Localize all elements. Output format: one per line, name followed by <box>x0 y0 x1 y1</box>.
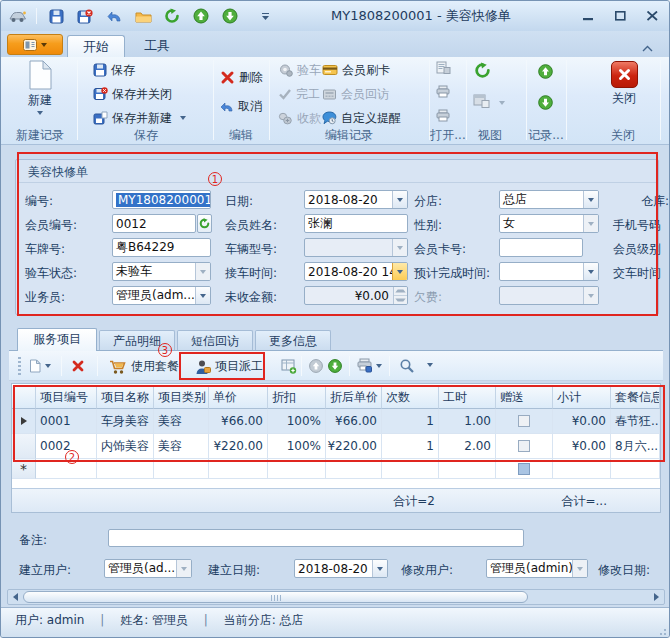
save-and-new-button[interactable]: 保存并新建 <box>93 109 186 127</box>
toolbar-separator <box>97 356 98 376</box>
remark-label: 备注: <box>19 532 47 549</box>
created-date-label: 建立日期: <box>208 562 260 579</box>
new-row-indicator: * <box>12 459 36 479</box>
export-grid-button[interactable] <box>281 359 297 374</box>
tab-tools[interactable]: 工具 <box>129 35 185 57</box>
modified-by-label: 修改用户: <box>401 562 453 579</box>
tab-service-items[interactable]: 服务项目 <box>17 328 97 351</box>
annotation-box-dispatch <box>179 352 265 380</box>
horizontal-scrollbar[interactable] <box>7 589 665 605</box>
tab-start[interactable]: 开始 <box>67 35 125 57</box>
grid-new-row[interactable]: * <box>12 459 660 479</box>
open-folder-icon[interactable] <box>133 6 153 26</box>
annotation-box-form <box>17 152 658 316</box>
group-label-records: 记录... <box>523 128 569 142</box>
finish-button[interactable]: 完工 <box>278 85 320 103</box>
scrollbar-thumb[interactable] <box>23 591 528 603</box>
car-app-icon[interactable] <box>7 6 27 26</box>
chevron-down-icon[interactable] <box>499 101 505 105</box>
group-label-open: 打开... <box>427 128 469 142</box>
toolbar-separator <box>349 356 350 376</box>
group-label-save: 保存 <box>119 128 173 142</box>
save-button[interactable]: 保存 <box>93 61 135 79</box>
new-record-button[interactable]: 新建 <box>17 60 63 115</box>
group-separator <box>269 60 270 140</box>
move-row-up-button[interactable] <box>309 359 323 373</box>
cancel-button[interactable]: 取消 <box>220 97 262 115</box>
collect-payment-button[interactable]: 收款 <box>278 109 321 127</box>
save-icon <box>93 63 107 77</box>
group-label-close: 关闭 <box>593 128 653 142</box>
delete-button[interactable]: 删除 <box>220 68 263 86</box>
detail-toolbar: 使用套餐 项目派工 <box>9 351 663 381</box>
add-row-button[interactable] <box>29 359 51 373</box>
open-report-icon[interactable] <box>436 61 451 78</box>
chevron-down-icon <box>376 364 382 368</box>
application-menu-button[interactable] <box>7 34 63 55</box>
toolbar-more-options-icon[interactable] <box>427 363 433 367</box>
annotation-circle-3: 3 <box>158 343 172 357</box>
close-form-button[interactable]: 关闭 <box>599 61 649 107</box>
tab-more-info[interactable]: 更多信息 <box>255 330 331 352</box>
down-circle-icon <box>328 359 342 373</box>
save-close-icon[interactable] <box>75 6 95 26</box>
times-total: 合计=2 <box>393 493 435 510</box>
next-record-icon[interactable] <box>538 95 553 113</box>
status-separator: | <box>100 608 104 632</box>
move-row-down-button[interactable] <box>328 359 342 373</box>
minimize-button[interactable] <box>581 9 595 23</box>
member-revisit-button[interactable]: 会员回访 <box>322 85 389 103</box>
created-date-field[interactable]: 2018-08-20 <box>294 559 388 578</box>
member-swipe-card-button[interactable]: 会员刷卡 <box>322 61 390 79</box>
delete-row-button[interactable] <box>71 359 85 373</box>
prev-record-icon[interactable] <box>191 6 211 26</box>
ribbon-collapse-icon[interactable] <box>642 41 653 55</box>
close-button[interactable] <box>645 9 659 23</box>
qat-customize-icon[interactable] <box>255 6 275 26</box>
status-user: 用户: admin <box>15 608 84 632</box>
table-add-icon <box>281 359 297 374</box>
prev-record-icon[interactable] <box>538 64 553 82</box>
toolbar-separator <box>301 356 302 376</box>
status-bar: 用户: admin | 姓名: 管理员 | 当前分店: 总店 <box>1 607 670 638</box>
undo-icon[interactable] <box>104 6 124 26</box>
custom-reminder-button[interactable]: 自定义提醒 <box>322 109 401 127</box>
inspect-car-button[interactable]: 验车 <box>278 61 321 79</box>
chat-reminder-icon <box>322 111 337 125</box>
remark-field[interactable] <box>108 529 524 547</box>
new-record-label: 新建 <box>28 92 52 109</box>
use-package-button[interactable]: 使用套餐 <box>109 358 179 375</box>
refresh-view-icon[interactable] <box>474 62 491 82</box>
scroll-left-icon[interactable] <box>13 593 18 601</box>
refresh-icon[interactable] <box>162 6 182 26</box>
ribbon: 新建 新建记录 保存 保存并关闭 保存并新建 保存 删除 取消 <box>1 57 669 145</box>
scroll-right-icon[interactable] <box>654 593 659 601</box>
title-bar: MY1808200001 - 美容快修单 <box>1 1 669 31</box>
created-by-field: 管理员(ad... <box>104 559 192 578</box>
quick-access-toolbar <box>7 5 275 27</box>
next-record-icon[interactable] <box>220 6 240 26</box>
toolbar-separator <box>61 356 62 376</box>
print-icon[interactable] <box>436 85 450 101</box>
close-x-icon <box>611 61 638 88</box>
search-grid-button[interactable] <box>399 358 415 374</box>
print-grid-button[interactable] <box>357 358 382 373</box>
save-and-close-button[interactable]: 保存并关闭 <box>93 85 172 103</box>
layout-view-icon[interactable] <box>473 94 490 112</box>
group-separator <box>660 60 661 140</box>
check-icon <box>278 88 292 100</box>
print-preview-icon[interactable] <box>436 109 450 125</box>
phone-device-icon <box>322 88 337 101</box>
chevron-down-icon <box>176 560 191 577</box>
status-branch: 当前分店: 总店 <box>224 608 304 632</box>
toolbar-drag-handle[interactable] <box>18 357 21 375</box>
gift-checkbox[interactable] <box>518 463 530 475</box>
resize-grip-icon[interactable] <box>657 620 667 638</box>
save-icon[interactable] <box>46 6 66 26</box>
cart-icon <box>109 359 127 375</box>
maximize-button[interactable] <box>613 9 627 23</box>
chevron-down-icon[interactable] <box>372 560 387 577</box>
tab-sms-revisit[interactable]: 短信回访 <box>177 330 253 352</box>
chevron-down-icon <box>180 116 186 120</box>
scrollbar-grip <box>271 595 282 601</box>
